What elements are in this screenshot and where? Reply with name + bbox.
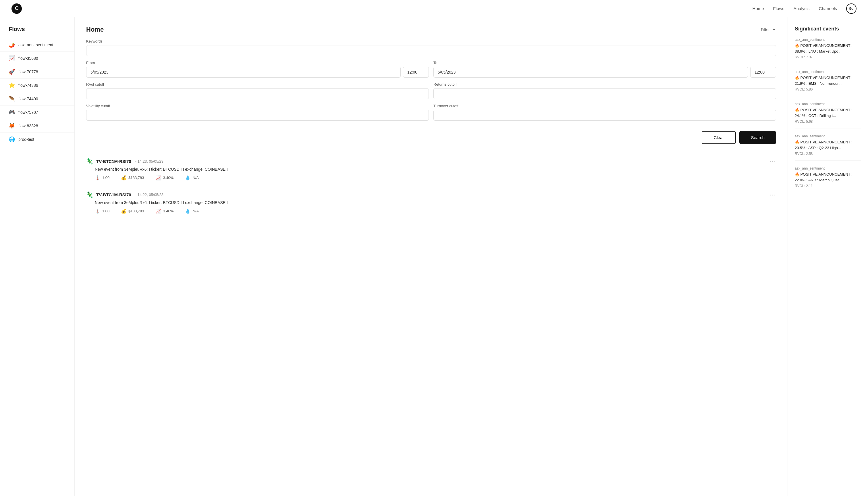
returns-icon-1: 📈 <box>156 208 161 214</box>
filter-toggle[interactable]: Filter <box>761 27 776 32</box>
event-more-0[interactable]: ··· <box>770 158 776 165</box>
event-header-0: 🦎 TV-BTC1M-RSI70 - 14:23, 05/05/23 ··· <box>86 158 776 165</box>
sig-message-4: 🔥 POSITIVE ANNOUNCEMENT : 22.0% : ARR : … <box>795 172 861 183</box>
action-buttons: Clear Search <box>86 131 776 144</box>
event-body-0: New event from 3eMpleuRx6: I ticker: BTC… <box>86 167 776 172</box>
to-label: To <box>433 61 776 65</box>
volatility-input[interactable] <box>86 110 429 121</box>
drop-icon-1: 💧 <box>185 208 191 214</box>
sidebar-emoji-asx: 🌶️ <box>9 42 15 48</box>
logo[interactable]: C <box>12 3 22 14</box>
event-card-0: 🦎 TV-BTC1M-RSI70 - 14:23, 05/05/23 ··· N… <box>86 153 776 186</box>
sidebar-label-prodtest: prod-test <box>18 137 34 142</box>
main-layout: Flows 🌶️ asx_ann_sentiment 📈 flow-35680 … <box>0 17 868 496</box>
event-source-1: 🦎 TV-BTC1M-RSI70 - 14:22, 05/05/23 <box>86 191 163 198</box>
event-header-1: 🦎 TV-BTC1M-RSI70 - 14:22, 05/05/23 ··· <box>86 191 776 198</box>
sidebar-emoji-flow74386: ⭐ <box>9 82 15 89</box>
event-emoji-1: 🦎 <box>86 191 93 198</box>
sidebar-emoji-flow35680: 📈 <box>9 55 15 62</box>
filter-label: Filter <box>761 27 770 32</box>
sig-message-1: 🔥 POSITIVE ANNOUNCEMENT : 21.9% : EMS : … <box>795 75 861 86</box>
nav-home[interactable]: Home <box>753 6 764 11</box>
sig-source-4: asx_ann_sentiment <box>795 166 861 170</box>
to-time-input[interactable] <box>750 67 776 78</box>
to-datetime <box>433 67 776 78</box>
sig-event-2: asx_ann_sentiment 🔥 POSITIVE ANNOUNCEMEN… <box>795 102 861 128</box>
sig-message-0: 🔥 POSITIVE ANNOUNCEMENT : 38.6% : LNU : … <box>795 43 861 54</box>
rvol-input[interactable] <box>86 88 429 99</box>
from-datetime <box>86 67 429 78</box>
sig-source-0: asx_ann_sentiment <box>795 38 861 42</box>
stat-temp-0: 🌡️ 1.00 <box>95 175 109 181</box>
sidebar-item-flow74386[interactable]: ⭐ flow-74386 <box>0 79 75 92</box>
clear-button[interactable]: Clear <box>702 131 736 144</box>
stat-drop-1: 💧 N/A <box>185 208 199 214</box>
right-panel: Significant events asx_ann_sentiment 🔥 P… <box>788 17 868 496</box>
sidebar-title: Flows <box>0 26 75 38</box>
sig-message-3: 🔥 POSITIVE ANNOUNCEMENT : 20.5% : ASP : … <box>795 139 861 151</box>
search-button[interactable]: Search <box>739 131 776 144</box>
to-group: To <box>433 61 776 78</box>
from-time-input[interactable] <box>403 67 429 78</box>
returns-label: Returns cutoff <box>433 82 776 87</box>
sidebar-item-flow75707[interactable]: 🎮 flow-75707 <box>0 106 75 119</box>
rvol-label: RVol cutoff <box>86 82 429 87</box>
sidebar-label-flow75707: flow-75707 <box>18 110 38 115</box>
nav-channels[interactable]: Channels <box>819 6 837 11</box>
event-flow-1: TV-BTC1M-RSI70 <box>96 192 131 197</box>
stat-money-value-1: $183,783 <box>128 209 144 213</box>
sidebar-emoji-prodtest: 🌐 <box>9 136 15 142</box>
sidebar-emoji-flow83328: 🦊 <box>9 123 15 129</box>
avatar[interactable]: 9e <box>846 3 856 14</box>
rvol-group: RVol cutoff <box>86 82 429 99</box>
sig-rvol-0: RVOL: 7.37 <box>795 55 861 59</box>
to-date-input[interactable] <box>433 67 748 78</box>
sig-rvol-4: RVOL: 2.11 <box>795 184 861 188</box>
event-source-0: 🦎 TV-BTC1M-RSI70 - 14:23, 05/05/23 <box>86 158 163 165</box>
nav-analysis[interactable]: Analysis <box>793 6 810 11</box>
sig-rvol-1: RVOL: 5.86 <box>795 87 861 91</box>
turnover-input[interactable] <box>433 110 776 121</box>
from-label: From <box>86 61 429 65</box>
cutoff-row-1: RVol cutoff Returns cutoff <box>86 82 776 104</box>
panel-title: Significant events <box>795 26 861 32</box>
sidebar-item-asx[interactable]: 🌶️ asx_ann_sentiment <box>0 38 75 52</box>
chevron-up-icon <box>771 27 776 32</box>
keywords-label: Keywords <box>86 39 776 43</box>
thermometer-icon-1: 🌡️ <box>95 208 100 214</box>
event-body-1: New event from 3eMpleuRx6: I ticker: BTC… <box>86 200 776 205</box>
sidebar-item-flow83328[interactable]: 🦊 flow-83328 <box>0 119 75 133</box>
stat-returns-value-0: 3.40% <box>163 175 174 180</box>
nav-links: Home Flows Analysis Channels 9e <box>753 3 856 14</box>
sidebar-label-flow35680: flow-35680 <box>18 56 38 61</box>
returns-input[interactable] <box>433 88 776 99</box>
event-more-1[interactable]: ··· <box>770 191 776 198</box>
event-flow-0: TV-BTC1M-RSI70 <box>96 159 131 164</box>
sidebar-item-flow74400[interactable]: 🪶 flow-74400 <box>0 92 75 106</box>
stat-money-0: 💰 $183,783 <box>121 175 144 181</box>
money-icon-0: 💰 <box>121 175 127 181</box>
stat-returns-1: 📈 3.40% <box>156 208 174 214</box>
navbar: C Home Flows Analysis Channels 9e <box>0 0 868 17</box>
event-card-1: 🦎 TV-BTC1M-RSI70 - 14:22, 05/05/23 ··· N… <box>86 186 776 219</box>
sidebar-label-flow74400: flow-74400 <box>18 96 38 101</box>
sidebar-item-flow35680[interactable]: 📈 flow-35680 <box>0 52 75 65</box>
drop-icon-0: 💧 <box>185 175 191 181</box>
stat-drop-value-0: N/A <box>192 175 199 180</box>
keywords-input[interactable] <box>86 45 776 56</box>
cutoff-row-2: Volatility cutoff Turnover cutoff <box>86 104 776 125</box>
event-stats-0: 🌡️ 1.00 💰 $183,783 📈 3.40% 💧 N/A <box>86 175 776 181</box>
sig-event-3: asx_ann_sentiment 🔥 POSITIVE ANNOUNCEMEN… <box>795 134 861 161</box>
money-icon-1: 💰 <box>121 208 127 214</box>
sidebar-item-flow70778[interactable]: 🚀 flow-70778 <box>0 65 75 79</box>
content-header: Home Filter <box>86 26 776 33</box>
main-content: Home Filter Keywords From <box>75 17 788 496</box>
sig-event-1: asx_ann_sentiment 🔥 POSITIVE ANNOUNCEMEN… <box>795 70 861 96</box>
event-time-0: - 14:23, 05/05/23 <box>135 159 163 164</box>
sidebar-item-prodtest[interactable]: 🌐 prod-test <box>0 133 75 146</box>
sidebar-label-flow74386: flow-74386 <box>18 83 38 88</box>
returns-icon-0: 📈 <box>156 175 161 181</box>
turnover-group: Turnover cutoff <box>433 104 776 121</box>
nav-flows[interactable]: Flows <box>773 6 784 11</box>
from-date-input[interactable] <box>86 67 401 78</box>
